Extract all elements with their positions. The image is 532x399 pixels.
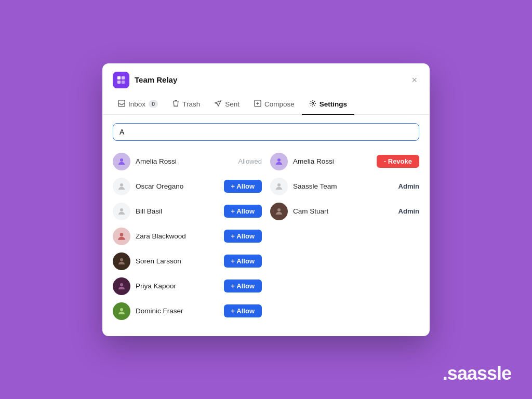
user-name: Amelia Rossi: [293, 157, 371, 165]
status-admin: Admin: [398, 207, 419, 215]
svg-point-7: [120, 158, 123, 162]
allow-button[interactable]: + Allow: [224, 180, 262, 193]
tab-trash[interactable]: Trash: [165, 95, 207, 115]
svg-point-15: [277, 183, 281, 187]
tab-trash-label: Trash: [182, 100, 200, 108]
svg-rect-3: [122, 80, 125, 83]
tab-compose[interactable]: Compose: [247, 95, 302, 115]
user-name: Saassle Team: [293, 182, 393, 190]
list-item: Amelia Rossi Allowed: [113, 149, 262, 174]
modal-title-area: Team Relay: [113, 72, 177, 88]
svg-rect-0: [117, 76, 121, 79]
allow-button[interactable]: + Allow: [224, 280, 262, 292]
user-name: Zara Blackwood: [136, 232, 219, 240]
list-item: Dominic Fraser + Allow: [113, 299, 262, 324]
tab-sent-label: Sent: [225, 100, 240, 108]
modal-header: Team Relay ×: [102, 63, 430, 88]
app-title: Team Relay: [135, 75, 177, 84]
svg-point-11: [120, 258, 123, 261]
user-name: Amelia Rossi: [136, 157, 233, 165]
svg-rect-4: [118, 100, 125, 106]
compose-icon: [254, 100, 261, 109]
list-item: Oscar Oregano + Allow: [113, 174, 262, 199]
right-column: Amelia Rossi - Revoke Saassle Team Admin: [270, 149, 419, 324]
status-allowed: Allowed: [238, 157, 262, 165]
list-item: Saassle Team Admin: [270, 174, 419, 199]
trash-icon: [172, 100, 179, 109]
svg-point-16: [277, 208, 281, 211]
app-icon: [113, 72, 129, 88]
svg-point-8: [120, 183, 123, 187]
settings-icon: [309, 100, 316, 109]
modal-window: Team Relay × Inbox 0 Trash: [102, 63, 430, 336]
avatar: [113, 252, 130, 270]
tab-compose-label: Compose: [264, 100, 295, 108]
user-name: Oscar Oregano: [136, 182, 219, 190]
close-button[interactable]: ×: [409, 73, 419, 87]
modal-body: Amelia Rossi Allowed Oscar Oregano + All…: [102, 115, 430, 336]
avatar: [270, 178, 288, 195]
saassle-watermark: .saassle: [443, 363, 511, 384]
avatar: [270, 153, 288, 170]
user-name: Cam Stuart: [293, 207, 393, 215]
user-name: Priya Kapoor: [136, 282, 219, 290]
tab-settings[interactable]: Settings: [302, 95, 354, 115]
svg-point-13: [120, 308, 123, 311]
tab-sent[interactable]: Sent: [207, 95, 247, 115]
revoke-button[interactable]: - Revoke: [377, 155, 419, 168]
svg-point-12: [120, 283, 123, 286]
list-item: Amelia Rossi - Revoke: [270, 149, 419, 174]
allow-button[interactable]: + Allow: [224, 255, 262, 268]
inbox-icon: [118, 100, 125, 109]
sent-icon: [215, 100, 222, 109]
inbox-badge: 0: [149, 100, 158, 108]
allow-button[interactable]: + Allow: [224, 230, 262, 243]
avatar: [113, 302, 130, 320]
avatar: [113, 153, 130, 170]
allow-button[interactable]: + Allow: [224, 304, 262, 317]
svg-point-9: [120, 208, 123, 211]
left-column: Amelia Rossi Allowed Oscar Oregano + All…: [113, 149, 262, 324]
list-item: Priya Kapoor + Allow: [113, 274, 262, 299]
user-columns: Amelia Rossi Allowed Oscar Oregano + All…: [113, 149, 419, 324]
avatar: [113, 228, 130, 245]
svg-rect-2: [117, 80, 121, 83]
avatar: [270, 203, 288, 220]
avatar: [113, 203, 130, 220]
status-admin: Admin: [398, 182, 419, 190]
svg-rect-1: [122, 76, 125, 79]
tab-inbox-label: Inbox: [128, 100, 145, 108]
user-name: Dominic Fraser: [136, 307, 219, 315]
svg-point-6: [312, 102, 314, 104]
list-item: Zara Blackwood + Allow: [113, 224, 262, 249]
svg-point-14: [277, 158, 281, 162]
list-item: Soren Larsson + Allow: [113, 249, 262, 274]
allow-button[interactable]: + Allow: [224, 205, 262, 218]
user-name: Bill Basil: [136, 207, 219, 215]
search-input[interactable]: [113, 123, 419, 141]
tab-settings-label: Settings: [320, 100, 347, 108]
tab-inbox[interactable]: Inbox 0: [111, 95, 165, 115]
tab-bar: Inbox 0 Trash Sent: [102, 95, 430, 115]
user-name: Soren Larsson: [136, 257, 219, 265]
svg-point-10: [120, 233, 124, 236]
list-item: Bill Basil + Allow: [113, 199, 262, 224]
avatar: [113, 277, 130, 295]
avatar: [113, 178, 130, 195]
list-item: Cam Stuart Admin: [270, 199, 419, 224]
